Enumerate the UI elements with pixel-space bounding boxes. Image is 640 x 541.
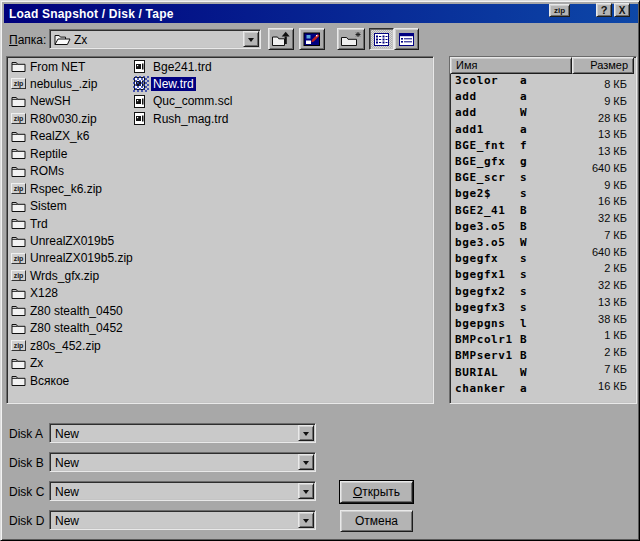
list-item[interactable]: NewSH xyxy=(11,93,73,110)
list-view-button[interactable] xyxy=(369,28,394,50)
help-button[interactable]: ? xyxy=(596,3,612,17)
list-item[interactable]: UnrealZX019b5 xyxy=(11,233,116,250)
catalog-file-size: 7 КБ xyxy=(557,363,627,376)
catalog-file-name[interactable]: bge2$ xyxy=(455,187,491,201)
list-item[interactable]: zipRspec_k6.zip xyxy=(11,180,104,197)
catalog-file-name[interactable]: add xyxy=(455,106,477,120)
dialog-window: Load Snapshot / Disk / Tape zip ? X Папк… xyxy=(0,0,640,541)
folder-combobox[interactable]: Zx xyxy=(49,29,261,49)
catalog-file-name[interactable]: chanker xyxy=(455,382,506,396)
catalog-file-type: l xyxy=(520,317,527,331)
catalog-file-name[interactable]: BGE_gfx xyxy=(455,155,506,169)
up-one-level-button[interactable] xyxy=(268,28,294,50)
catalog-file-size: 8 КБ xyxy=(557,78,627,91)
catalog-file-size: 16 КБ xyxy=(557,380,627,393)
disk-combobox-a[interactable]: New xyxy=(49,423,316,443)
folder-icon xyxy=(11,304,28,318)
file-label: Z80 stealth_0450 xyxy=(28,304,125,318)
catalog-file-name[interactable]: BGE2_41 xyxy=(455,204,506,218)
catalog-file-type: f xyxy=(520,139,527,153)
list-item[interactable]: Bge241.trd xyxy=(134,58,214,75)
catalog-file-name[interactable]: add1 xyxy=(455,123,484,137)
catalog-file-name[interactable]: bgegfx xyxy=(455,252,498,266)
catalog-file-name[interactable]: bgepgns xyxy=(455,317,506,331)
catalog-file-name[interactable]: BMPcolr1 xyxy=(455,333,513,347)
current-folder-value: Zx xyxy=(74,33,87,47)
column-header-size[interactable]: Размер xyxy=(572,57,634,74)
list-item[interactable]: zipWrds_gfx.zip xyxy=(11,267,101,284)
zip-icon[interactable]: zip xyxy=(549,4,570,17)
catalog-file-name[interactable]: BMPserv1 xyxy=(455,349,513,363)
list-item[interactable]: zipR80v030.zip xyxy=(11,110,99,127)
catalog-file-name[interactable]: bgegfx2 xyxy=(455,285,506,299)
catalog-file-name[interactable]: bge3.o5 xyxy=(455,220,506,234)
list-item[interactable]: Z80 stealth_0450 xyxy=(11,302,125,319)
create-new-folder-button[interactable] xyxy=(337,28,365,50)
catalog-file-name[interactable]: bgegfx1 xyxy=(455,268,506,282)
catalog-file-size: 7 КБ xyxy=(557,229,627,242)
folder-icon xyxy=(11,147,28,161)
up-one-level-icon xyxy=(271,31,291,47)
details-view-button[interactable] xyxy=(394,28,419,50)
list-item[interactable]: zipnebulus_.zip xyxy=(11,75,99,92)
catalog-file-type: a xyxy=(520,74,527,88)
dropdown-arrow[interactable] xyxy=(298,425,314,441)
column-header-name[interactable]: Имя xyxy=(450,57,572,74)
catalog-file-name[interactable]: 3color xyxy=(455,74,498,88)
catalog-file-name[interactable]: BGE_fnt xyxy=(455,139,506,153)
disk-label-d: Disk D xyxy=(9,514,44,528)
disk-value: New xyxy=(55,485,79,499)
folder-dropdown-arrow[interactable] xyxy=(243,31,259,47)
catalog-file-name[interactable]: bge3.o5 xyxy=(455,236,506,250)
list-item[interactable]: Quc_comm.scl xyxy=(134,93,234,110)
list-item[interactable]: From NET xyxy=(11,58,87,75)
folder-icon xyxy=(11,129,28,143)
disk-combobox-c[interactable]: New xyxy=(49,481,316,501)
folder-icon xyxy=(11,199,28,213)
catalog-file-type: s xyxy=(520,301,527,315)
list-item[interactable]: RealZX_k6 xyxy=(11,128,91,145)
folder-icon xyxy=(11,286,28,300)
list-item[interactable]: Trd xyxy=(11,215,50,232)
catalog-file-name[interactable]: BGE_scr xyxy=(455,171,506,185)
catalog-file-type: W xyxy=(520,366,527,380)
list-item[interactable]: Rush_mag.trd xyxy=(134,110,230,127)
file-label: Z80 stealth_0452 xyxy=(28,321,125,335)
catalog-file-type: B xyxy=(520,333,527,347)
cancel-button[interactable]: Отмена xyxy=(340,510,413,532)
catalog-file-type: W xyxy=(520,106,527,120)
catalog-file-name[interactable]: BURIAL xyxy=(455,366,498,380)
list-item[interactable]: New.trd xyxy=(134,75,196,92)
catalog-file-type: s xyxy=(520,285,527,299)
list-item[interactable]: Zx xyxy=(11,355,45,372)
dropdown-arrow[interactable] xyxy=(298,512,314,528)
list-item[interactable]: Reptile xyxy=(11,145,69,162)
catalog-file-name[interactable]: bgegfx3 xyxy=(455,301,506,315)
open-button[interactable]: Открыть xyxy=(340,481,413,503)
disk-combobox-d[interactable]: New xyxy=(49,510,316,530)
dropdown-arrow[interactable] xyxy=(298,483,314,499)
file-label: X128 xyxy=(28,286,60,300)
list-item[interactable]: Всякое xyxy=(11,372,71,389)
close-button[interactable]: X xyxy=(614,3,630,17)
list-item[interactable]: Sistem xyxy=(11,198,69,215)
desktop-button[interactable] xyxy=(299,28,325,50)
folder-icon xyxy=(11,234,28,248)
file-label: Reptile xyxy=(28,147,69,161)
catalog-file-type: a xyxy=(520,382,527,396)
list-item[interactable]: zipz80s_452.zip xyxy=(11,337,103,354)
catalog-file-name[interactable]: add xyxy=(455,90,477,104)
folder-icon xyxy=(11,164,28,178)
dropdown-arrow[interactable] xyxy=(298,454,314,470)
disk-value: New xyxy=(55,456,79,470)
disk-combobox-b[interactable]: New xyxy=(49,452,316,472)
list-item[interactable]: zipUnrealZX019b5.zip xyxy=(11,250,135,267)
catalog-file-type: a xyxy=(520,90,527,104)
list-item[interactable]: Z80 stealth_0452 xyxy=(11,320,125,337)
desktop-icon xyxy=(303,32,321,47)
file-label: nebulus_.zip xyxy=(28,77,99,91)
catalog-file-size: 9 КБ xyxy=(557,95,627,108)
list-item[interactable]: ROMs xyxy=(11,163,66,180)
trd-icon xyxy=(134,77,151,91)
list-item[interactable]: X128 xyxy=(11,285,60,302)
